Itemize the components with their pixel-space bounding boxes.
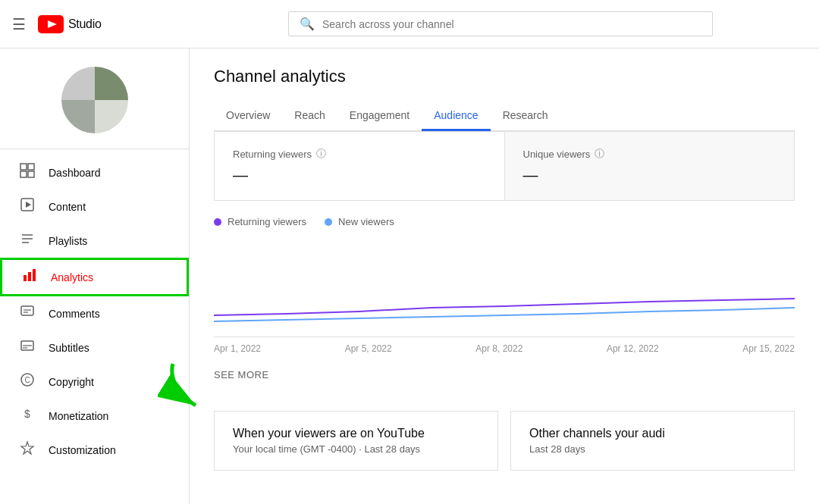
svg-rect-3 [28, 164, 34, 170]
customization-icon [18, 440, 36, 459]
xaxis-label-1: Apr 1, 2022 [214, 343, 261, 354]
chart-svg [214, 239, 795, 330]
main-content: Channel analytics Overview Reach Engagem… [190, 49, 819, 504]
sidebar: Dashboard Content Playlists Analytics Co [0, 49, 190, 504]
sidebar-item-comments[interactable]: Comments [0, 296, 189, 330]
svg-text:$: $ [24, 408, 30, 420]
hamburger-menu[interactable]: ☰ [12, 15, 26, 33]
bottom-card-other-channels: Other channels your audi Last 28 days [510, 411, 795, 471]
svg-rect-11 [24, 275, 27, 281]
sidebar-item-customization[interactable]: Customization [0, 433, 189, 467]
bottom-cards: When your viewers are on YouTube Your lo… [214, 411, 795, 471]
metric-unique-value: — [523, 167, 777, 184]
sidebar-item-dashboard[interactable]: Dashboard [0, 155, 189, 189]
search-icon: 🔍 [300, 17, 315, 31]
avatar [61, 67, 128, 133]
legend-label-new: New viewers [338, 216, 394, 227]
avatar-q2 [95, 67, 128, 100]
avatar-q1 [61, 67, 95, 100]
playlists-label: Playlists [49, 235, 87, 247]
card-title-2: Other channels your audi [529, 427, 776, 440]
metric-returning-value: — [233, 167, 486, 184]
monetization-icon: $ [18, 406, 36, 425]
sidebar-item-analytics[interactable]: Analytics [0, 258, 189, 296]
layout: Dashboard Content Playlists Analytics Co [0, 49, 819, 504]
content-icon [18, 197, 36, 216]
copyright-label: Copyright [49, 376, 94, 388]
tabs-bar: Overview Reach Engagement Audience Resea… [214, 102, 795, 131]
subtitles-icon [18, 338, 36, 357]
comments-label: Comments [49, 308, 100, 320]
xaxis-label-5: Apr 15, 2022 [742, 343, 795, 354]
xaxis-label-3: Apr 8, 2022 [475, 343, 522, 354]
svg-rect-5 [28, 171, 34, 177]
analytics-icon [20, 268, 39, 286]
legend-new: New viewers [325, 216, 394, 227]
playlists-icon [18, 231, 36, 250]
page-title: Channel analytics [214, 67, 795, 86]
svg-marker-7 [26, 202, 31, 208]
see-more-button[interactable]: SEE MORE [214, 360, 795, 390]
subtitles-label: Subtitles [49, 342, 89, 354]
legend-dot-new [325, 218, 332, 226]
card-sub-1: Your local time (GMT -0400) · Last 28 da… [233, 443, 479, 455]
youtube-icon [38, 15, 64, 33]
info-icon-unique[interactable]: ⓘ [595, 147, 604, 161]
card-title-1: When your viewers are on YouTube [233, 427, 479, 440]
monetization-label: Monetization [49, 410, 108, 422]
info-icon-returning[interactable]: ⓘ [316, 147, 326, 161]
chart-area: Returning viewers New viewers Apr 1, 2 [214, 201, 795, 405]
metric-unique-viewers: Unique viewers ⓘ — [505, 132, 795, 200]
svg-text:C: C [24, 376, 30, 384]
content-label: Content [49, 201, 86, 213]
avatar-q3 [61, 100, 95, 133]
metric-unique-label: Unique viewers ⓘ [523, 147, 777, 161]
metric-returning-viewers: Returning viewers ⓘ — [215, 132, 505, 200]
studio-label: Studio [68, 17, 102, 31]
svg-rect-12 [28, 272, 31, 281]
search-input[interactable] [322, 18, 701, 30]
legend-dot-returning [214, 218, 221, 226]
comments-icon [18, 304, 36, 323]
tab-audience[interactable]: Audience [422, 102, 490, 131]
header-left: ☰ Studio [12, 15, 194, 33]
logo[interactable]: Studio [38, 15, 102, 33]
header: ☰ Studio 🔍 [0, 0, 819, 49]
card-sub-2: Last 28 days [529, 443, 776, 455]
sidebar-item-subtitles[interactable]: Subtitles [0, 330, 189, 365]
customization-label: Customization [49, 444, 116, 456]
avatar-q4 [95, 100, 128, 133]
tab-overview[interactable]: Overview [214, 102, 282, 131]
chart-legend: Returning viewers New viewers [214, 216, 795, 227]
analytics-label: Analytics [51, 271, 93, 283]
tab-reach[interactable]: Reach [282, 102, 337, 131]
xaxis-label-2: Apr 5, 2022 [345, 343, 392, 354]
svg-rect-2 [20, 164, 27, 170]
svg-rect-4 [20, 171, 27, 177]
tab-engagement[interactable]: Engagement [337, 102, 422, 131]
metrics-row: Returning viewers ⓘ — Unique viewers ⓘ — [214, 131, 795, 201]
svg-rect-13 [33, 269, 36, 281]
sidebar-item-monetization[interactable]: $ Monetization [0, 399, 189, 433]
xaxis-label-4: Apr 12, 2022 [607, 343, 659, 354]
copyright-icon: C [18, 372, 36, 391]
legend-label-returning: Returning viewers [228, 216, 306, 227]
legend-returning: Returning viewers [214, 216, 306, 227]
dashboard-icon [18, 163, 36, 182]
channel-avatar[interactable] [0, 55, 189, 149]
metric-returning-label: Returning viewers ⓘ [233, 147, 486, 161]
svg-rect-14 [21, 306, 33, 315]
sidebar-item-playlists[interactable]: Playlists [0, 224, 189, 258]
chart-container [214, 239, 795, 330]
sidebar-item-content[interactable]: Content [0, 189, 189, 224]
bottom-card-viewers-time: When your viewers are on YouTube Your lo… [214, 411, 498, 471]
tab-research[interactable]: Research [491, 102, 560, 131]
sidebar-item-copyright[interactable]: C Copyright [0, 365, 189, 399]
search-bar: 🔍 [288, 11, 713, 36]
chart-xaxis: Apr 1, 2022 Apr 5, 2022 Apr 8, 2022 Apr … [214, 337, 795, 360]
dashboard-label: Dashboard [49, 167, 101, 179]
